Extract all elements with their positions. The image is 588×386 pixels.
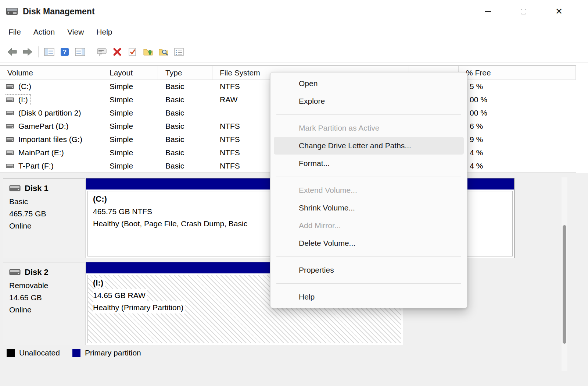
unallocated-swatch xyxy=(7,349,15,357)
menu-file[interactable]: File xyxy=(2,25,27,39)
volume-name: GamePart (D:) xyxy=(18,122,69,131)
disk-1-panel[interactable]: Disk 1 Basic 465.75 GB Online xyxy=(3,178,85,258)
minimize-icon xyxy=(485,11,491,12)
pct-free-cell: 4 % xyxy=(459,159,529,173)
volume-name: (Disk 0 partition 2) xyxy=(18,109,81,117)
menu-separator xyxy=(276,283,461,284)
layout-cell: Simple xyxy=(102,120,158,133)
menu-item-delete-volume[interactable]: Delete Volume... xyxy=(274,234,464,252)
volume-name: MainPart (E:) xyxy=(18,148,64,157)
volume-icon xyxy=(6,124,15,129)
menu-item-explore[interactable]: Explore xyxy=(274,92,464,110)
disk-status: Online xyxy=(9,220,85,232)
column-header-pct-free[interactable]: % Free xyxy=(459,66,529,79)
volume-icon xyxy=(6,84,15,89)
type-cell: Basic xyxy=(158,159,212,173)
volume-name: T-Part (F:) xyxy=(18,162,54,170)
maximize-button[interactable] xyxy=(513,0,533,23)
type-cell: Basic xyxy=(158,106,212,120)
pct-free-cell: 00 % xyxy=(459,93,529,106)
layout-cell: Simple xyxy=(102,80,158,93)
menu-view[interactable]: View xyxy=(61,25,90,39)
show-action-pane-icon[interactable] xyxy=(72,45,88,59)
back-icon[interactable] xyxy=(4,45,20,59)
close-button[interactable]: ✕ xyxy=(549,0,569,23)
disk-name: Disk 1 xyxy=(25,184,49,193)
type-cell: Basic xyxy=(158,133,212,146)
volume-icon xyxy=(6,150,15,155)
volume-name: (C:) xyxy=(18,82,31,91)
file-system-cell: NTFS xyxy=(212,120,270,133)
layout-cell: Simple xyxy=(102,93,158,106)
pct-free-cell: 5 % xyxy=(459,80,529,93)
disk-2-panel[interactable]: Disk 2 Removable 14.65 GB Online xyxy=(3,262,85,345)
disk-type: Basic xyxy=(9,195,85,208)
menu-item-format[interactable]: Format... xyxy=(274,155,464,172)
column-header-file-system[interactable]: File System xyxy=(212,66,270,79)
menu-item-help[interactable]: Help xyxy=(274,288,464,306)
toolbar-separator xyxy=(91,46,91,57)
menu-separator xyxy=(276,177,461,177)
minimize-button[interactable] xyxy=(478,0,498,23)
column-header-type[interactable]: Type xyxy=(158,66,212,79)
disk-icon xyxy=(9,268,21,276)
menu-item-add-mirror: Add Mirror... xyxy=(274,217,464,234)
column-header-trailing[interactable] xyxy=(529,66,576,79)
file-system-cell xyxy=(212,106,270,120)
vertical-scrollbar[interactable] xyxy=(562,177,567,371)
type-cell: Basic xyxy=(158,93,212,106)
volume-icon xyxy=(6,97,15,102)
layout-cell: Simple xyxy=(102,146,158,159)
volume-icon xyxy=(6,137,15,142)
menu-bar: File Action View Help xyxy=(0,23,588,41)
file-system-cell: NTFS xyxy=(212,146,270,159)
menu-item-change-drive-letter-and-paths[interactable]: Change Drive Letter and Paths... xyxy=(274,137,464,155)
menu-help[interactable]: Help xyxy=(90,25,118,39)
menu-item-extend-volume: Extend Volume... xyxy=(274,181,464,199)
open-folder-icon[interactable] xyxy=(140,45,156,59)
volume-icon xyxy=(6,163,15,169)
file-system-cell: NTFS xyxy=(212,133,270,146)
check-document-icon[interactable] xyxy=(125,45,140,59)
file-system-cell: NTFS xyxy=(212,80,270,93)
disk-management-window: Disk Management ✕ File Action View Help … xyxy=(0,0,588,386)
disk-size: 14.65 GB xyxy=(9,291,85,304)
pct-free-cell: 6 % xyxy=(459,120,529,133)
list-view-icon[interactable] xyxy=(171,45,187,59)
layout-cell: Simple xyxy=(102,159,158,173)
type-cell: Basic xyxy=(158,120,212,133)
disk-icon xyxy=(9,184,21,192)
forward-icon[interactable] xyxy=(20,45,35,59)
volume-name: (I:) xyxy=(18,95,28,104)
menu-item-shrink-volume[interactable]: Shrink Volume... xyxy=(274,199,464,217)
disk-size: 465.75 GB xyxy=(9,208,85,220)
primary-partition-label: Primary partition xyxy=(85,348,141,357)
column-header-layout[interactable]: Layout xyxy=(102,66,158,79)
pct-free-cell: 00 % xyxy=(459,106,529,120)
toolbar: ? xyxy=(0,41,588,63)
popup-menu-icon[interactable] xyxy=(94,45,110,59)
help-icon[interactable]: ? xyxy=(57,45,72,59)
layout-cell: Simple xyxy=(102,106,158,120)
scrollbar-thumb[interactable] xyxy=(563,225,566,344)
type-cell: Basic xyxy=(158,146,212,159)
pct-free-cell: 4 % xyxy=(459,146,529,159)
menu-item-mark-partition-as-active: Mark Partition as Active xyxy=(274,119,464,137)
volume-name: Important files (G:) xyxy=(18,135,82,144)
menu-separator xyxy=(276,114,461,115)
close-icon: ✕ xyxy=(555,7,563,16)
partition-health: Healthy (Primary Partition) xyxy=(93,301,185,314)
find-folder-icon[interactable] xyxy=(156,45,171,59)
show-console-tree-icon[interactable] xyxy=(42,45,57,59)
legend: Unallocated Primary partition xyxy=(0,346,588,360)
menu-item-open[interactable]: Open xyxy=(274,75,464,92)
context-menu: Open Explore Mark Partition as Active Ch… xyxy=(270,72,467,308)
menu-item-properties[interactable]: Properties xyxy=(274,261,464,279)
title-bar: Disk Management ✕ xyxy=(0,0,588,23)
file-system-cell: RAW xyxy=(212,93,270,106)
menu-action[interactable]: Action xyxy=(27,25,61,39)
pct-free-cell: 9 % xyxy=(459,133,529,146)
disk-type: Removable xyxy=(9,279,85,291)
column-header-volume[interactable]: Volume xyxy=(0,66,102,79)
delete-icon[interactable] xyxy=(110,45,125,59)
